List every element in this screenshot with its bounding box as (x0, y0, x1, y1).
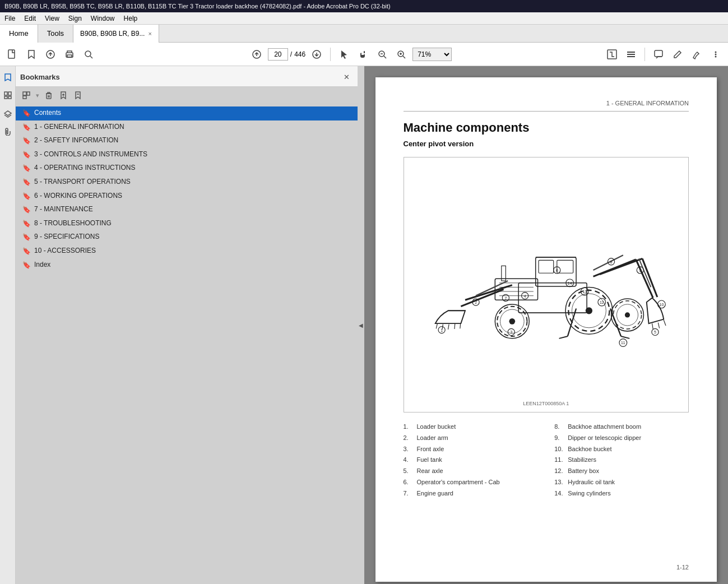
menu-view[interactable]: View (45, 15, 59, 22)
svg-rect-17 (4, 92, 7, 95)
search-button[interactable] (81, 47, 96, 62)
part-item: 14. Swing cylinders (554, 488, 689, 499)
part-number: 6. (404, 477, 415, 488)
part-number: 5. (404, 466, 415, 477)
part-name: Loader bucket (417, 421, 456, 433)
svg-point-4 (85, 51, 91, 57)
part-item: 6. Operator's compartment - Cab (404, 477, 538, 488)
bookmark-index[interactable]: 🔖 Index (16, 258, 358, 272)
menu-edit[interactable]: Edit (24, 15, 36, 22)
page-number-input[interactable]: 20 (268, 48, 288, 61)
bookmark-button[interactable] (24, 47, 39, 62)
expand-all-button[interactable] (20, 89, 33, 101)
comment-button[interactable] (651, 47, 666, 62)
menu-bar: File Edit View Sign Window Help (0, 12, 728, 25)
tab-close-button[interactable]: × (148, 30, 151, 37)
title-text: B90B, B90B LR, B95B, B95B TC, B95B LR, B… (4, 3, 391, 10)
bookmark-ch4[interactable]: 🔖 4 - OPERATING INSTRUCTIONS (16, 161, 358, 175)
svg-rect-3 (67, 55, 72, 57)
pdf-footer: 1-12 (676, 564, 689, 571)
attachments-icon-button[interactable] (1, 124, 15, 138)
bookmark-ch8[interactable]: 🔖 8 - TROUBLESHOOTING (16, 217, 358, 231)
title-bar: B90B, B90B LR, B95B, B95B TC, B95B LR, B… (0, 0, 728, 12)
print-button[interactable] (62, 47, 77, 62)
bookmark-ch6[interactable]: 🔖 6 - WORKING OPERATIONS (16, 189, 358, 203)
bookmarks-icon-button[interactable] (1, 71, 15, 84)
collapse-panel-button[interactable]: ◀ (358, 66, 364, 584)
upload-button[interactable] (43, 47, 58, 62)
bookmark-ch9[interactable]: 🔖 9 - SPECIFICATIONS (16, 230, 358, 244)
bookmark-ch5[interactable]: 🔖 5 - TRANSPORT OPERATIONS (16, 175, 358, 189)
prev-page-button[interactable] (249, 47, 265, 62)
svg-line-61 (652, 323, 653, 329)
svg-text:12: 12 (599, 300, 604, 304)
sign-button[interactable] (689, 47, 704, 62)
close-bookmarks-button[interactable]: ✕ (341, 71, 353, 83)
svg-rect-20 (8, 96, 11, 99)
part-item: 2. Loader arm (404, 433, 538, 444)
bookmark-ch1[interactable]: 🔖 1 - GENERAL INFORMATION (16, 120, 358, 135)
fit-page-button[interactable] (604, 47, 620, 62)
more-button[interactable] (708, 47, 724, 62)
part-number: 8. (554, 421, 565, 433)
part-name: Loader arm (417, 433, 448, 444)
properties-button[interactable] (72, 89, 84, 101)
bookmark-label: 1 - GENERAL INFORMATION (34, 123, 353, 132)
tab-doc[interactable]: B90B, B90B LR, B9... × (73, 25, 159, 43)
pdf-content-area: 1 - GENERAL INFORMATION Machine componen… (364, 66, 729, 584)
diagram-container: 1 2 3 4 5 (404, 157, 689, 412)
zoom-out-button[interactable] (374, 47, 390, 62)
bookmark-label: 6 - WORKING OPERATIONS (34, 192, 353, 201)
menu-help[interactable]: Help (124, 15, 138, 22)
menu-file[interactable]: File (4, 15, 15, 22)
part-name: Front axle (417, 444, 444, 455)
svg-point-68 (624, 312, 629, 317)
zoom-select[interactable]: 71% 50% 75% 100% 125% 150% (412, 48, 452, 61)
tab-tools[interactable]: Tools (38, 25, 73, 43)
edit-button[interactable] (670, 47, 685, 62)
bookmark-ch10[interactable]: 🔖 10 - ACCESSORIES (16, 244, 358, 258)
svg-line-50 (448, 325, 449, 330)
hand-tool-button[interactable] (355, 47, 371, 62)
layers-icon-button[interactable] (1, 106, 15, 120)
diagram-caption: LEEN12T000850A 1 (523, 401, 569, 406)
bookmarks-header: Bookmarks ✕ (16, 66, 358, 87)
part-number: 3. (404, 444, 415, 455)
svg-text:9: 9 (639, 268, 641, 272)
part-item: 5. Rear axle (404, 466, 538, 477)
svg-point-16 (715, 55, 717, 57)
part-name: Backhoe bucket (568, 444, 611, 455)
svg-rect-35 (539, 260, 554, 273)
svg-text:10: 10 (659, 303, 664, 307)
select-tool-button[interactable] (336, 47, 352, 62)
part-item: 10. Backhoe bucket (554, 444, 689, 455)
menu-sign[interactable]: Sign (68, 15, 82, 22)
svg-text:2: 2 (475, 300, 477, 304)
zoom-in-button[interactable] (393, 47, 409, 62)
bookmark-icon: 🔖 (22, 192, 31, 201)
delete-bookmark-button[interactable] (43, 89, 55, 101)
bookmark-label: 9 - SPECIFICATIONS (34, 233, 353, 242)
part-number: 14. (554, 488, 565, 499)
svg-line-52 (460, 323, 460, 328)
bookmark-ch2[interactable]: 🔖 2 - SAFETY INFORMATION (16, 134, 358, 148)
tab-doc-label: B90B, B90B LR, B9... (80, 30, 145, 38)
bookmark-ch3[interactable]: 🔖 3 - CONTROLS AND INSTRUMENTS (16, 148, 358, 162)
svg-point-14 (715, 51, 717, 53)
bookmark-ch7[interactable]: 🔖 7 - MAINTENANCE (16, 203, 358, 217)
new-doc-button[interactable] (4, 47, 20, 62)
tab-home[interactable]: Home (0, 25, 38, 43)
bookmark-label: 7 - MAINTENANCE (34, 205, 353, 214)
part-item: 13. Hydraulic oil tank (554, 477, 689, 488)
bookmark-icon: 🔖 (22, 206, 31, 215)
bookmark-contents[interactable]: 🔖 Contents (16, 106, 358, 120)
page-thumbnails-icon-button[interactable] (1, 89, 15, 102)
next-page-button[interactable] (309, 47, 324, 62)
bookmark-label: 4 - OPERATING INSTRUCTIONS (34, 164, 353, 173)
scroll-button[interactable] (623, 47, 639, 62)
bookmark-icon: 🔖 (22, 109, 31, 118)
parts-right-col: 8. Backhoe attachment boom 9. Dipper or … (554, 421, 689, 499)
menu-window[interactable]: Window (91, 15, 115, 22)
svg-line-51 (454, 324, 455, 329)
new-bookmark-button[interactable] (57, 89, 69, 101)
